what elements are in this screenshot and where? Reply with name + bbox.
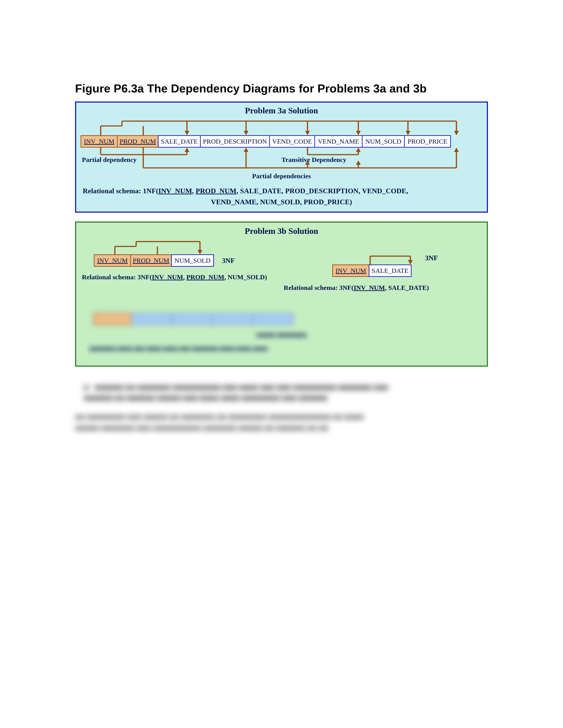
panel3b-title: Problem 3b Solution [81,226,482,236]
attr-prod-desc: PROD_DESCRIPTION [200,135,270,148]
label-3nf-right: 3NF [425,254,438,262]
attr-sale-date: SALE_DATE [158,135,201,148]
label-partial-dependencies: Partial dependencies [81,172,482,180]
blurred-paragraph: ■ ■■■■■■ ■■ ■■■■■■■ ■■■■■■■■■■ ■■■ ■■■■ … [75,382,488,434]
schema3a-pnum: PROD_NUM [195,187,236,195]
attr3b-right-inv: INV_NUM [332,265,369,277]
panel3b-left-schema: Relational schema: 3NF(INV_NUM, PROD_NUM… [82,273,267,281]
attr3b-left-inv: INV_NUM [94,254,131,267]
attr3b-right-sdate: SALE_DATE [369,265,412,277]
svg-marker-28 [244,148,248,152]
panel-3a: Problem 3a Solution [75,101,488,212]
panel3b-left-row: INV_NUM PROD_NUM NUM_SOLD [94,254,214,267]
panel3a-attribute-row: INV_NUM PROD_NUM SALE_DATE PROD_DESCRIPT… [81,135,451,148]
attr-inv-num: INV_NUM [81,135,118,148]
label-partial-dependency: Partial dependency [82,156,137,163]
label-3nf-left: 3NF [222,257,235,265]
panel3a-diagram: INV_NUM PROD_NUM SALE_DATE PROD_DESCRIPT… [81,117,482,186]
attr-vend-name: VEND_NAME [315,135,363,148]
attr-prod-price: PROD_PRICE [404,135,451,148]
svg-marker-34 [454,148,459,152]
panel3a-schema: Relational schema: 1NF(INV_NUM, PROD_NUM… [81,186,482,207]
attr-prod-num: PROD_NUM [117,135,158,148]
svg-marker-14 [406,131,410,135]
svg-marker-20 [184,148,189,152]
schema3a-inv: INV_NUM [158,187,192,195]
label-transitive-dependency: Transitive Dependency [282,156,347,163]
svg-marker-16 [454,131,459,135]
schema3a-prefix: Relational schema: 1NF( [83,187,158,195]
panel-3b: Problem 3b Solution INV_NUM PROD_NUM NUM… [75,221,488,367]
svg-marker-32 [356,160,361,165]
svg-marker-10 [305,131,310,135]
panel3b-right-schema: Relational schema: 3NF(INV_NUM, SALE_DAT… [284,284,429,291]
attr3b-left-pnum: PROD_NUM [130,254,172,267]
svg-marker-8 [244,131,248,135]
svg-marker-41 [197,250,202,254]
panel3a-title: Problem 3a Solution [81,106,482,115]
svg-marker-24 [356,148,361,152]
attr3b-left-nsold: NUM_SOLD [171,254,214,267]
panel3b-blurred: ■■■■■ ■■■■■■■■ ■■■■■■■ ■■■■ ■■■ ■■■■ ■■■… [81,300,482,359]
svg-marker-6 [184,131,189,135]
figure-title: Figure P6.3a The Dependency Diagrams for… [75,82,488,95]
panel3b-upper: INV_NUM PROD_NUM NUM_SOLD 3NF Relational… [81,238,482,300]
svg-marker-12 [356,131,361,135]
schema3a-line2: VEND_NAME, NUM_SOLD, PROD_PRICE) [81,197,482,208]
attr-num-sold: NUM_SOLD [362,135,405,148]
attr-vend-code: VEND_CODE [269,135,315,148]
svg-marker-45 [408,260,413,265]
panel3b-right-row: INV_NUM SALE_DATE [332,265,412,277]
